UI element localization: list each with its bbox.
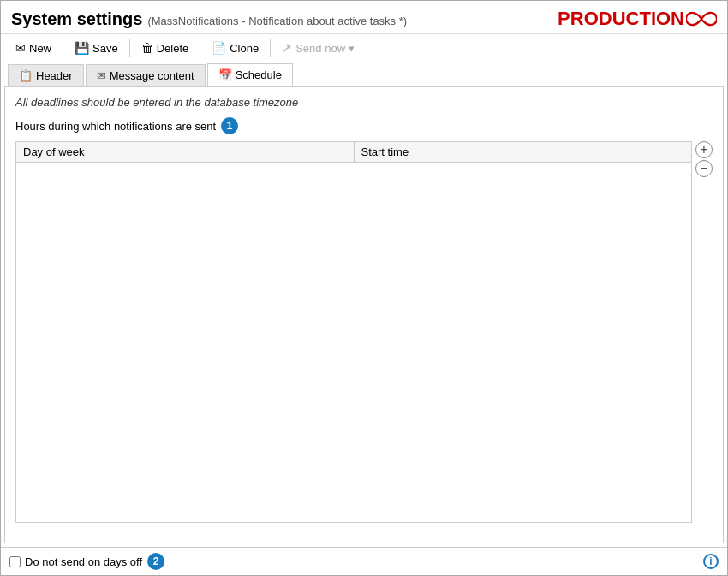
save-icon: 💾	[75, 41, 89, 55]
remove-row-button[interactable]: −	[695, 160, 713, 177]
section-label: Hours during which notifications are sen…	[15, 117, 713, 134]
header-tab-icon: 📋	[19, 69, 33, 82]
col-time-header: Start time	[355, 142, 692, 162]
send-now-icon: ↗	[282, 41, 292, 55]
info-icon-button[interactable]: i	[703, 554, 719, 569]
tab-message-content[interactable]: ✉ Message content	[86, 64, 206, 86]
page-title: System settings	[11, 9, 142, 29]
separator-3	[200, 39, 200, 57]
content-area: All deadlines should be entered in the d…	[4, 86, 724, 543]
new-icon: ✉	[15, 41, 26, 55]
footer-badge-2: 2	[147, 553, 164, 570]
delete-icon: 🗑	[141, 41, 153, 55]
send-now-button[interactable]: ↗ Send now ▾	[274, 38, 361, 58]
table-header: Day of week Start time	[16, 142, 691, 163]
info-text: All deadlines should be entered in the d…	[15, 96, 713, 109]
production-badge: PRODUCTION	[558, 8, 717, 30]
tab-header[interactable]: 📋 Header	[8, 64, 84, 86]
separator-4	[270, 39, 271, 57]
side-controls: + −	[695, 141, 713, 177]
table-section: Day of week Start time + −	[15, 141, 713, 523]
footer: Do not send on days off 2 i	[1, 547, 727, 575]
new-button[interactable]: ✉ New	[8, 38, 59, 58]
clone-icon: 📄	[212, 41, 226, 55]
separator-2	[129, 39, 130, 57]
tab-schedule[interactable]: 📅 Schedule	[207, 63, 293, 86]
schedule-tab-icon: 📅	[218, 68, 232, 81]
infinity-icon	[686, 9, 717, 28]
table-body	[16, 163, 691, 522]
days-off-checkbox-label[interactable]: Do not send on days off	[9, 555, 142, 568]
footer-left: Do not send on days off 2	[9, 553, 164, 570]
days-off-checkbox[interactable]	[9, 556, 21, 567]
tabs-bar: 📋 Header ✉ Message content 📅 Schedule	[1, 62, 727, 86]
clone-button[interactable]: 📄 Clone	[204, 38, 266, 58]
add-row-button[interactable]: +	[695, 141, 713, 158]
delete-button[interactable]: 🗑 Delete	[134, 38, 197, 58]
message-tab-icon: ✉	[97, 69, 106, 82]
page-subtitle: (MassNotifications - Notification about …	[147, 15, 407, 27]
schedule-table-container: Day of week Start time	[15, 141, 692, 523]
toolbar: ✉ New 💾 Save 🗑 Delete 📄 Clone ↗ Send now…	[1, 34, 727, 62]
col-day-header: Day of week	[16, 142, 355, 162]
save-button[interactable]: 💾 Save	[67, 38, 126, 58]
section-badge-1: 1	[221, 117, 238, 134]
separator-1	[63, 39, 63, 57]
